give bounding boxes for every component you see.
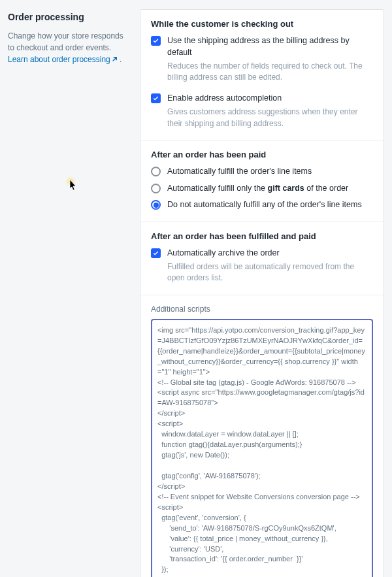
scripts-content-pre: <img src="https://api.yotpo.com/conversi… (157, 326, 365, 577)
section-additional-scripts: Additional scripts <img src="https://api… (140, 295, 384, 577)
radio-label: Automatically fulfill the order's line i… (167, 166, 312, 178)
section-title: After an order has been paid (151, 150, 373, 159)
radio-icon (151, 184, 161, 193)
radio-icon (151, 167, 161, 176)
settings-card: While the customer is checking out Use t… (140, 9, 384, 577)
learn-order-processing-link[interactable]: Learn about order processing (8, 55, 118, 64)
checkbox-icon (151, 36, 161, 46)
checkbox-label: Use the shipping address as the billing … (167, 35, 373, 58)
checkbox-help: Reduces the number of fields required to… (167, 61, 373, 84)
section-after-fulfilled: After an order has been fulfilled and pa… (140, 222, 384, 295)
checkbox-icon (151, 248, 161, 258)
section-title: After an order has been fulfilled and pa… (151, 231, 373, 241)
external-link-icon (112, 54, 118, 59)
radio-label: Automatically fulfill only the gift card… (167, 183, 348, 195)
radio-auto-fulfill-all[interactable]: Automatically fulfill the order's line i… (151, 166, 373, 178)
checkbox-use-shipping-as-billing[interactable]: Use the shipping address as the billing … (151, 35, 373, 58)
checkbox-auto-archive[interactable]: Automatically archive the order (151, 248, 373, 259)
radio-icon (151, 200, 161, 210)
section-title: While the customer is checking out (151, 19, 373, 29)
checkbox-label: Automatically archive the order (167, 248, 373, 259)
page-desc: Change how your store responds to checko… (8, 30, 128, 65)
page-desc-text: Change how your store responds to checko… (8, 31, 123, 52)
checkbox-label: Enable address autocompletion (167, 93, 373, 105)
scripts-label: Additional scripts (151, 305, 373, 314)
section-while-checkout: While the customer is checking out Use t… (140, 10, 384, 140)
additional-scripts-textarea[interactable]: <img src="https://api.yotpo.com/conversi… (151, 319, 373, 577)
checkbox-address-autocomplete[interactable]: Enable address autocompletion (151, 93, 373, 105)
checkbox-help: Fulfilled orders will be automatically r… (167, 261, 373, 284)
radio-auto-fulfill-giftcards[interactable]: Automatically fulfill only the gift card… (151, 183, 373, 195)
checkbox-icon (151, 93, 161, 103)
page-title: Order processing (8, 12, 128, 22)
radio-label: Do not automatically fulfill any of the … (167, 199, 362, 211)
checkbox-help: Gives customers address suggestions when… (167, 107, 373, 129)
radio-no-auto-fulfill[interactable]: Do not automatically fulfill any of the … (151, 199, 373, 211)
section-after-paid: After an order has been paid Automatical… (140, 140, 384, 222)
